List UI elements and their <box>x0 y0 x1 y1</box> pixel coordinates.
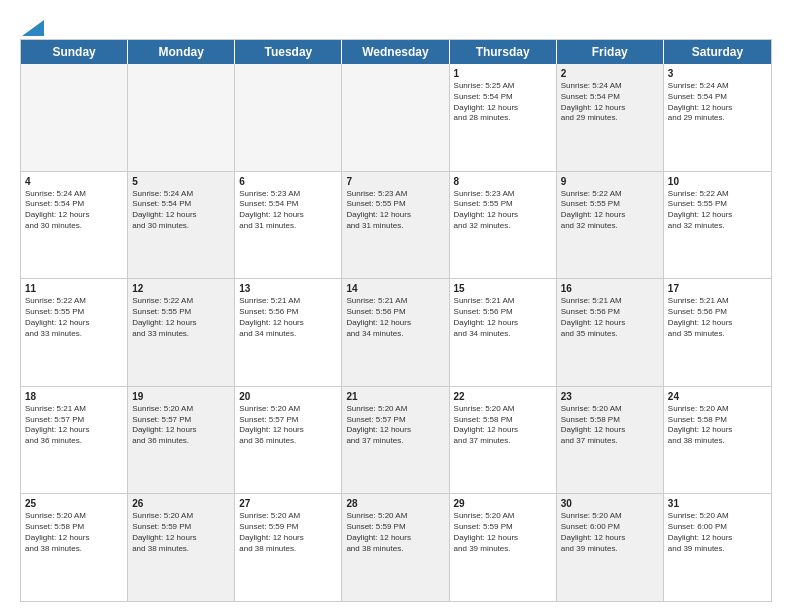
day-info: Sunrise: 5:20 AM Sunset: 5:59 PM Dayligh… <box>346 511 444 554</box>
header-day-wednesday: Wednesday <box>342 40 449 64</box>
day-info: Sunrise: 5:21 AM Sunset: 5:56 PM Dayligh… <box>346 296 444 339</box>
day-info: Sunrise: 5:24 AM Sunset: 5:54 PM Dayligh… <box>132 189 230 232</box>
calendar-cell-9: 9Sunrise: 5:22 AM Sunset: 5:55 PM Daylig… <box>557 172 664 279</box>
calendar-cell-16: 16Sunrise: 5:21 AM Sunset: 5:56 PM Dayli… <box>557 279 664 386</box>
day-number: 23 <box>561 390 659 403</box>
calendar-cell-26: 26Sunrise: 5:20 AM Sunset: 5:59 PM Dayli… <box>128 494 235 601</box>
day-number: 19 <box>132 390 230 403</box>
day-info: Sunrise: 5:20 AM Sunset: 5:58 PM Dayligh… <box>25 511 123 554</box>
day-info: Sunrise: 5:20 AM Sunset: 6:00 PM Dayligh… <box>561 511 659 554</box>
day-info: Sunrise: 5:20 AM Sunset: 5:57 PM Dayligh… <box>346 404 444 447</box>
day-number: 26 <box>132 497 230 510</box>
calendar: SundayMondayTuesdayWednesdayThursdayFrid… <box>20 39 772 602</box>
day-info: Sunrise: 5:22 AM Sunset: 5:55 PM Dayligh… <box>132 296 230 339</box>
calendar-cell-27: 27Sunrise: 5:20 AM Sunset: 5:59 PM Dayli… <box>235 494 342 601</box>
day-info: Sunrise: 5:20 AM Sunset: 5:58 PM Dayligh… <box>668 404 767 447</box>
day-info: Sunrise: 5:20 AM Sunset: 5:58 PM Dayligh… <box>454 404 552 447</box>
calendar-cell-10: 10Sunrise: 5:22 AM Sunset: 5:55 PM Dayli… <box>664 172 771 279</box>
calendar-cell-empty <box>128 64 235 171</box>
logo-icon <box>22 20 44 36</box>
calendar-row-1: 1Sunrise: 5:25 AM Sunset: 5:54 PM Daylig… <box>21 64 771 172</box>
calendar-cell-14: 14Sunrise: 5:21 AM Sunset: 5:56 PM Dayli… <box>342 279 449 386</box>
day-number: 25 <box>25 497 123 510</box>
day-number: 31 <box>668 497 767 510</box>
day-info: Sunrise: 5:21 AM Sunset: 5:56 PM Dayligh… <box>668 296 767 339</box>
day-info: Sunrise: 5:21 AM Sunset: 5:56 PM Dayligh… <box>239 296 337 339</box>
calendar-cell-5: 5Sunrise: 5:24 AM Sunset: 5:54 PM Daylig… <box>128 172 235 279</box>
calendar-cell-7: 7Sunrise: 5:23 AM Sunset: 5:55 PM Daylig… <box>342 172 449 279</box>
day-number: 22 <box>454 390 552 403</box>
day-number: 8 <box>454 175 552 188</box>
calendar-row-2: 4Sunrise: 5:24 AM Sunset: 5:54 PM Daylig… <box>21 172 771 280</box>
day-number: 12 <box>132 282 230 295</box>
day-info: Sunrise: 5:20 AM Sunset: 5:59 PM Dayligh… <box>132 511 230 554</box>
day-info: Sunrise: 5:21 AM Sunset: 5:56 PM Dayligh… <box>454 296 552 339</box>
day-number: 5 <box>132 175 230 188</box>
calendar-cell-22: 22Sunrise: 5:20 AM Sunset: 5:58 PM Dayli… <box>450 387 557 494</box>
day-number: 24 <box>668 390 767 403</box>
day-number: 15 <box>454 282 552 295</box>
day-info: Sunrise: 5:20 AM Sunset: 5:59 PM Dayligh… <box>239 511 337 554</box>
calendar-cell-24: 24Sunrise: 5:20 AM Sunset: 5:58 PM Dayli… <box>664 387 771 494</box>
calendar-row-5: 25Sunrise: 5:20 AM Sunset: 5:58 PM Dayli… <box>21 494 771 601</box>
calendar-cell-1: 1Sunrise: 5:25 AM Sunset: 5:54 PM Daylig… <box>450 64 557 171</box>
day-info: Sunrise: 5:20 AM Sunset: 5:59 PM Dayligh… <box>454 511 552 554</box>
calendar-cell-23: 23Sunrise: 5:20 AM Sunset: 5:58 PM Dayli… <box>557 387 664 494</box>
calendar-cell-20: 20Sunrise: 5:20 AM Sunset: 5:57 PM Dayli… <box>235 387 342 494</box>
calendar-cell-31: 31Sunrise: 5:20 AM Sunset: 6:00 PM Dayli… <box>664 494 771 601</box>
calendar-body: 1Sunrise: 5:25 AM Sunset: 5:54 PM Daylig… <box>21 64 771 601</box>
calendar-cell-18: 18Sunrise: 5:21 AM Sunset: 5:57 PM Dayli… <box>21 387 128 494</box>
day-info: Sunrise: 5:22 AM Sunset: 5:55 PM Dayligh… <box>668 189 767 232</box>
calendar-cell-28: 28Sunrise: 5:20 AM Sunset: 5:59 PM Dayli… <box>342 494 449 601</box>
header-day-monday: Monday <box>128 40 235 64</box>
day-number: 1 <box>454 67 552 80</box>
day-number: 21 <box>346 390 444 403</box>
day-number: 3 <box>668 67 767 80</box>
day-number: 9 <box>561 175 659 188</box>
day-info: Sunrise: 5:22 AM Sunset: 5:55 PM Dayligh… <box>25 296 123 339</box>
day-number: 30 <box>561 497 659 510</box>
calendar-cell-2: 2Sunrise: 5:24 AM Sunset: 5:54 PM Daylig… <box>557 64 664 171</box>
calendar-cell-3: 3Sunrise: 5:24 AM Sunset: 5:54 PM Daylig… <box>664 64 771 171</box>
header-day-sunday: Sunday <box>21 40 128 64</box>
calendar-cell-empty <box>235 64 342 171</box>
calendar-cell-empty <box>342 64 449 171</box>
logo-text-general <box>20 16 44 37</box>
day-number: 20 <box>239 390 337 403</box>
day-number: 27 <box>239 497 337 510</box>
header-day-friday: Friday <box>557 40 664 64</box>
day-info: Sunrise: 5:20 AM Sunset: 5:58 PM Dayligh… <box>561 404 659 447</box>
calendar-cell-15: 15Sunrise: 5:21 AM Sunset: 5:56 PM Dayli… <box>450 279 557 386</box>
day-info: Sunrise: 5:21 AM Sunset: 5:57 PM Dayligh… <box>25 404 123 447</box>
day-number: 29 <box>454 497 552 510</box>
calendar-cell-4: 4Sunrise: 5:24 AM Sunset: 5:54 PM Daylig… <box>21 172 128 279</box>
day-info: Sunrise: 5:22 AM Sunset: 5:55 PM Dayligh… <box>561 189 659 232</box>
day-info: Sunrise: 5:23 AM Sunset: 5:54 PM Dayligh… <box>239 189 337 232</box>
calendar-cell-25: 25Sunrise: 5:20 AM Sunset: 5:58 PM Dayli… <box>21 494 128 601</box>
day-number: 28 <box>346 497 444 510</box>
day-number: 4 <box>25 175 123 188</box>
header-day-saturday: Saturday <box>664 40 771 64</box>
day-number: 18 <box>25 390 123 403</box>
calendar-header: SundayMondayTuesdayWednesdayThursdayFrid… <box>21 40 771 64</box>
day-info: Sunrise: 5:24 AM Sunset: 5:54 PM Dayligh… <box>668 81 767 124</box>
day-number: 16 <box>561 282 659 295</box>
day-info: Sunrise: 5:20 AM Sunset: 5:57 PM Dayligh… <box>239 404 337 447</box>
calendar-cell-21: 21Sunrise: 5:20 AM Sunset: 5:57 PM Dayli… <box>342 387 449 494</box>
day-number: 7 <box>346 175 444 188</box>
day-info: Sunrise: 5:24 AM Sunset: 5:54 PM Dayligh… <box>561 81 659 124</box>
day-number: 17 <box>668 282 767 295</box>
calendar-cell-empty <box>21 64 128 171</box>
calendar-cell-30: 30Sunrise: 5:20 AM Sunset: 6:00 PM Dayli… <box>557 494 664 601</box>
day-number: 13 <box>239 282 337 295</box>
svg-marker-0 <box>22 20 44 36</box>
day-info: Sunrise: 5:21 AM Sunset: 5:56 PM Dayligh… <box>561 296 659 339</box>
calendar-cell-8: 8Sunrise: 5:23 AM Sunset: 5:55 PM Daylig… <box>450 172 557 279</box>
day-info: Sunrise: 5:23 AM Sunset: 5:55 PM Dayligh… <box>454 189 552 232</box>
page: SundayMondayTuesdayWednesdayThursdayFrid… <box>0 0 792 612</box>
calendar-cell-29: 29Sunrise: 5:20 AM Sunset: 5:59 PM Dayli… <box>450 494 557 601</box>
day-info: Sunrise: 5:25 AM Sunset: 5:54 PM Dayligh… <box>454 81 552 124</box>
day-info: Sunrise: 5:23 AM Sunset: 5:55 PM Dayligh… <box>346 189 444 232</box>
calendar-cell-19: 19Sunrise: 5:20 AM Sunset: 5:57 PM Dayli… <box>128 387 235 494</box>
day-number: 14 <box>346 282 444 295</box>
